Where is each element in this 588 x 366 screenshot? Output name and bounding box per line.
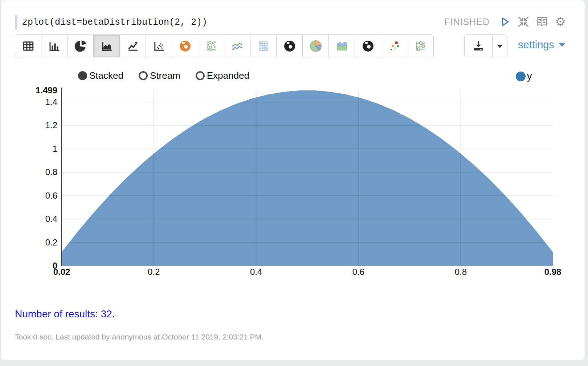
x-axis-tick-label: 0.2 <box>148 267 160 277</box>
y-axis-tick-label: 0.8 <box>45 167 57 177</box>
scatter-plot-icon <box>152 40 166 53</box>
chart-type-scatter-button[interactable] <box>146 35 172 57</box>
code-editor-line[interactable]: zplot(dist=betaDistribution(2, 2)) <box>22 17 207 28</box>
code-gutter-bar <box>15 15 17 29</box>
line-chart-icon <box>126 40 139 53</box>
y-axis-tick-label: 1 <box>53 144 57 154</box>
run-button[interactable] <box>499 16 511 28</box>
paragraph-status-line: Took 0 sec. Last updated by anonymous at… <box>15 333 264 341</box>
y-axis-tick-label: 1.2 <box>45 120 57 130</box>
chart-type-pie-button[interactable] <box>68 35 94 57</box>
y-axis-tick-label: 0.6 <box>45 191 57 200</box>
stacked-area-icon <box>335 40 348 53</box>
output-toggle-button[interactable] <box>536 16 548 28</box>
chart-type-heatmap-button[interactable] <box>250 35 277 57</box>
play-icon <box>499 15 511 28</box>
globe-orange-icon <box>179 40 192 53</box>
area-chart-icon <box>100 40 113 53</box>
settings-toggle[interactable]: settings <box>518 39 565 51</box>
globe-dark2-icon <box>362 40 375 53</box>
x-axis-tick-label: 0.8 <box>455 267 467 277</box>
x-axis-tick-label: 0.6 <box>352 267 364 277</box>
chart-type-multi-line-button[interactable] <box>224 35 250 57</box>
heatmap-icon <box>257 40 270 53</box>
scatter-color-icon <box>388 40 401 53</box>
y-axis-tick-label: 0.2 <box>45 237 57 247</box>
paragraph-card: zplot(dist=betaDistribution(2, 2)) FINIS… <box>1 0 585 360</box>
collapse-button[interactable] <box>517 16 530 28</box>
multi-line-icon <box>231 40 244 53</box>
chart-type-bubble-grid-button[interactable] <box>198 35 224 57</box>
chart-type-stacked-area-button[interactable] <box>329 35 355 57</box>
chart-type-line-button[interactable] <box>120 35 146 57</box>
chart-type-globe2-button[interactable] <box>355 35 381 57</box>
globe-dark-icon <box>283 40 296 53</box>
chart-type-parallel-button[interactable] <box>407 35 433 57</box>
gear-icon: ⚙ <box>555 16 566 28</box>
status-badge: FINISHED <box>444 17 490 27</box>
parallel-sliders-icon <box>414 40 427 53</box>
table-icon <box>22 40 35 53</box>
download-button[interactable] <box>465 35 493 57</box>
paragraph-settings-button[interactable]: ⚙ <box>554 16 567 28</box>
area-series-y[interactable] <box>62 90 553 266</box>
chart-type-pie-pastel-button[interactable] <box>303 35 329 57</box>
area-chart[interactable]: 1.4991.41.210.80.60.40.200.020.20.40.60.… <box>1 69 588 287</box>
download-icon <box>472 40 485 53</box>
settings-chevron-down-icon <box>559 42 565 47</box>
x-axis-tick-label: 0.98 <box>544 267 562 277</box>
download-options-button[interactable] <box>493 35 507 57</box>
chart-type-area-button[interactable] <box>94 35 120 57</box>
pie-pastel-icon <box>309 40 322 53</box>
x-axis-tick-label: 0.4 <box>250 267 262 277</box>
x-axis-tick-label: 0.02 <box>53 267 70 277</box>
chart-type-toolbar <box>15 34 434 57</box>
chart-type-bar-button[interactable] <box>41 35 68 57</box>
bar-chart-icon <box>48 40 61 53</box>
pie-chart-icon <box>74 40 87 53</box>
y-axis-tick-label: 0.4 <box>45 214 57 224</box>
y-axis-tick-label: 1.499 <box>36 85 57 95</box>
results-count: Number of results: 32. <box>15 308 115 320</box>
settings-label: settings <box>518 39 554 51</box>
download-split-button <box>464 34 507 57</box>
book-icon <box>536 15 548 28</box>
chart-type-map-button[interactable] <box>172 35 198 57</box>
shrink-arrows-icon <box>517 15 530 28</box>
chart-type-table-button[interactable] <box>15 35 41 57</box>
bubble-grid-icon <box>205 40 218 53</box>
paragraph-controls: FINISHED ⚙ <box>444 16 567 28</box>
y-axis-tick-label: 1.4 <box>45 97 57 107</box>
chart-type-scatter-color-button[interactable] <box>381 35 407 57</box>
chart-type-globe-button[interactable] <box>277 35 303 57</box>
chevron-down-icon <box>497 44 503 48</box>
